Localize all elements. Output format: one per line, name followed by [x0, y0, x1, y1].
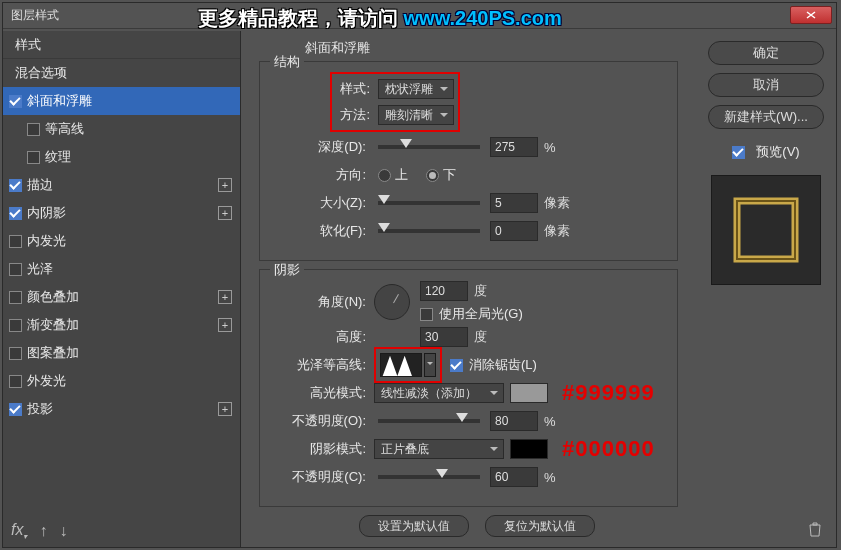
- size-input[interactable]: 5: [490, 193, 538, 213]
- direction-down-radio[interactable]: [426, 169, 439, 182]
- close-icon: [805, 10, 817, 20]
- checkbox-icon[interactable]: [9, 235, 22, 248]
- checkbox-icon[interactable]: [9, 375, 22, 388]
- sidebar-item-stroke[interactable]: 描边+: [3, 171, 240, 199]
- highlight-opacity-slider[interactable]: [378, 419, 480, 423]
- shadow-mode-dropdown[interactable]: 正片叠底: [374, 439, 504, 459]
- antialias-checkbox[interactable]: [450, 359, 463, 372]
- shadow-opacity-slider[interactable]: [378, 475, 480, 479]
- gloss-contour-swatch[interactable]: [380, 353, 422, 377]
- banner-overlay: 更多精品教程，请访问 www.240PS.com: [198, 5, 562, 32]
- sidebar-item-color-overlay[interactable]: 颜色叠加+: [3, 283, 240, 311]
- layer-style-dialog: 图层样式 更多精品教程，请访问 www.240PS.com 样式 混合选项 斜面…: [2, 2, 837, 548]
- structure-fieldset: 结构 样式: 枕状浮雕 方法: 雕刻清晰 深度(D): 275 %: [259, 61, 678, 261]
- plus-icon[interactable]: +: [218, 402, 232, 416]
- highlight-mode-dropdown[interactable]: 线性减淡（添加）: [374, 383, 504, 403]
- preview-checkbox[interactable]: [732, 146, 745, 159]
- new-style-button[interactable]: 新建样式(W)...: [708, 105, 824, 129]
- sidebar-item-bevel[interactable]: 斜面和浮雕: [3, 87, 240, 115]
- svg-rect-0: [737, 201, 795, 259]
- checkbox-icon[interactable]: [9, 291, 22, 304]
- shadow-color-swatch[interactable]: [510, 439, 548, 459]
- sidebar-item-inner-glow[interactable]: 内发光: [3, 227, 240, 255]
- trash-icon[interactable]: [808, 521, 822, 541]
- depth-input[interactable]: 275: [490, 137, 538, 157]
- sidebar-item-texture[interactable]: 纹理: [3, 143, 240, 171]
- technique-dropdown[interactable]: 雕刻清晰: [378, 105, 454, 125]
- cancel-button[interactable]: 取消: [708, 73, 824, 97]
- altitude-input[interactable]: 30: [420, 327, 468, 347]
- plus-icon[interactable]: +: [218, 290, 232, 304]
- checkbox-icon[interactable]: [9, 179, 22, 192]
- checkbox-icon[interactable]: [27, 123, 40, 136]
- checkbox-icon[interactable]: [9, 347, 22, 360]
- main-panel: 斜面和浮雕 结构 样式: 枕状浮雕 方法: 雕刻清晰 深度(D):: [241, 31, 696, 547]
- sidebar-item-pattern-overlay[interactable]: 图案叠加: [3, 339, 240, 367]
- ok-button[interactable]: 确定: [708, 41, 824, 65]
- direction-up-radio[interactable]: [378, 169, 391, 182]
- checkbox-icon[interactable]: [9, 319, 22, 332]
- checkbox-icon[interactable]: [9, 95, 22, 108]
- size-slider[interactable]: [378, 201, 480, 205]
- sidebar-item-contour[interactable]: 等高线: [3, 115, 240, 143]
- shadow-hex-note: #000000: [562, 436, 655, 462]
- right-column: 确定 取消 新建样式(W)... 预览(V): [696, 31, 836, 547]
- shading-fieldset: 阴影 角度(N): 120 度 使用全局光(G): [259, 269, 678, 507]
- plus-icon[interactable]: +: [218, 318, 232, 332]
- checkbox-icon[interactable]: [9, 207, 22, 220]
- checkbox-icon[interactable]: [9, 403, 22, 416]
- style-dropdown[interactable]: 枕状浮雕: [378, 79, 454, 99]
- plus-icon[interactable]: +: [218, 178, 232, 192]
- section-title: 斜面和浮雕: [305, 39, 678, 57]
- arrow-down-icon[interactable]: ↓: [59, 522, 67, 540]
- reset-default-button[interactable]: 复位为默认值: [485, 515, 595, 537]
- global-light-checkbox[interactable]: [420, 308, 433, 321]
- sidebar-item-drop-shadow[interactable]: 投影+: [3, 395, 240, 423]
- angle-picker[interactable]: [374, 284, 410, 320]
- close-button[interactable]: [790, 6, 832, 24]
- highlight-opacity-input[interactable]: 80: [490, 411, 538, 431]
- sidebar-item-satin[interactable]: 光泽: [3, 255, 240, 283]
- blending-options[interactable]: 混合选项: [3, 59, 240, 87]
- fx-icon[interactable]: fx▾: [11, 521, 27, 541]
- sidebar-item-outer-glow[interactable]: 外发光: [3, 367, 240, 395]
- sidebar-header: 样式: [3, 31, 240, 59]
- arrow-up-icon[interactable]: ↑: [39, 522, 47, 540]
- shadow-opacity-input[interactable]: 60: [490, 467, 538, 487]
- checkbox-icon[interactable]: [9, 263, 22, 276]
- make-default-button[interactable]: 设置为默认值: [359, 515, 469, 537]
- styles-sidebar: 样式 混合选项 斜面和浮雕 等高线 纹理 描边+ 内阴影+ 内发光 光泽 颜色叠…: [3, 31, 241, 547]
- highlight-hex-note: #999999: [562, 380, 655, 406]
- gloss-contour-dropdown[interactable]: [424, 353, 436, 377]
- window-title: 图层样式: [11, 7, 59, 24]
- angle-input[interactable]: 120: [420, 281, 468, 301]
- plus-icon[interactable]: +: [218, 206, 232, 220]
- depth-slider[interactable]: [378, 145, 480, 149]
- sidebar-item-inner-shadow[interactable]: 内阴影+: [3, 199, 240, 227]
- highlight-color-swatch[interactable]: [510, 383, 548, 403]
- checkbox-icon[interactable]: [27, 151, 40, 164]
- sidebar-item-gradient-overlay[interactable]: 渐变叠加+: [3, 311, 240, 339]
- preview-swatch: [711, 175, 821, 285]
- soften-input[interactable]: 0: [490, 221, 538, 241]
- soften-slider[interactable]: [378, 229, 480, 233]
